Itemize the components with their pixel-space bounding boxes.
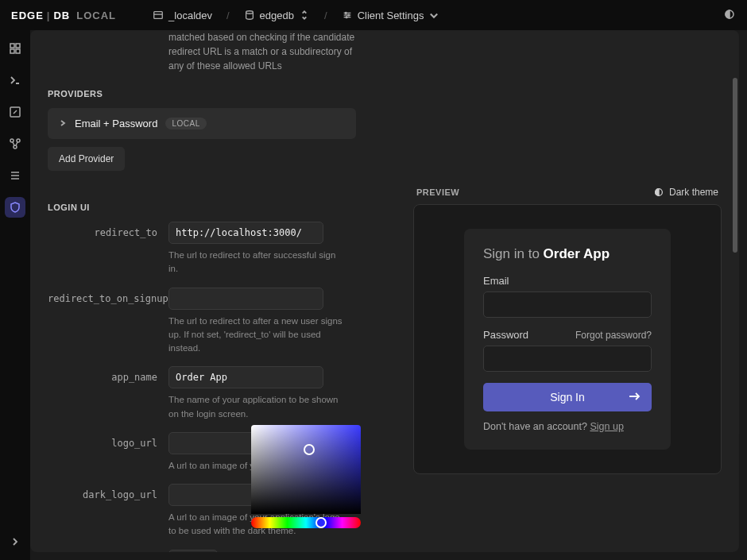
brand-color-label: brand_color	[48, 550, 168, 553]
dark-logo-url-label: dark_logo_url	[48, 484, 168, 500]
hue-slider[interactable]	[251, 517, 361, 528]
svg-point-6	[345, 13, 346, 14]
breadcrumb-database[interactable]: edgedb	[244, 10, 310, 21]
theme-toggle-icon[interactable]	[723, 8, 736, 23]
database-icon	[244, 10, 255, 21]
svg-rect-0	[154, 12, 163, 19]
instance-name: _localdev	[168, 10, 212, 21]
svg-rect-10	[10, 44, 14, 48]
scrollbar[interactable]	[731, 30, 737, 552]
app-name-label: app_name	[48, 366, 168, 383]
client-settings-label: Client Settings	[358, 10, 424, 21]
password-label: Password	[483, 329, 528, 341]
signin-button-label: Sign In	[550, 391, 585, 404]
signup-link[interactable]: Sign up	[590, 421, 623, 432]
redirect-to-input[interactable]	[168, 222, 323, 244]
svg-point-16	[17, 139, 20, 142]
add-provider-button[interactable]: Add Provider	[48, 147, 125, 171]
settings-icon	[342, 10, 353, 21]
login-card: Sign in to Order App Email Password Forg…	[464, 229, 671, 450]
svg-rect-12	[10, 49, 14, 53]
login-card-title: Sign in to Order App	[483, 246, 652, 262]
logo-edge: EDGE	[11, 10, 44, 21]
password-input[interactable]	[483, 346, 652, 372]
redirect-signup-help: The url to redirect to after a new user …	[168, 315, 343, 356]
svg-point-15	[10, 139, 14, 142]
preview-title: PREVIEW	[416, 187, 459, 197]
half-circle-icon	[653, 187, 664, 198]
redirect-to-help: The url to redirect to after successful …	[168, 249, 343, 276]
providers-title: PROVIDERS	[48, 89, 722, 98]
instance-icon	[153, 10, 164, 21]
crumb-separator: /	[226, 10, 230, 21]
svg-rect-13	[16, 49, 20, 53]
provider-item[interactable]: Email + Password LOCAL	[48, 108, 356, 139]
svg-point-8	[346, 17, 347, 18]
breadcrumb-instance[interactable]: _localdev	[153, 10, 212, 21]
svg-point-2	[246, 11, 253, 14]
color-picker	[251, 425, 361, 528]
redirect-to-label: redirect_to	[48, 222, 168, 238]
provider-name: Email + Password	[75, 118, 157, 129]
chevron-right-icon	[59, 118, 67, 129]
sidebar-auth[interactable]	[5, 197, 25, 218]
dark-theme-label: Dark theme	[669, 187, 718, 198]
signin-button[interactable]: Sign In	[483, 383, 652, 411]
hue-cursor[interactable]	[315, 517, 327, 528]
sv-cursor[interactable]	[304, 444, 315, 455]
email-input[interactable]	[483, 292, 652, 318]
chevron-down-icon	[428, 10, 439, 21]
brand-color-input[interactable]	[168, 550, 218, 553]
logo-local: LOCAL	[76, 10, 116, 21]
sidebar-repl[interactable]	[5, 70, 25, 91]
signin-appname: Order App	[544, 246, 610, 261]
client-settings-button[interactable]: Client Settings	[342, 10, 440, 21]
crumb-separator-2: /	[324, 10, 327, 21]
saturation-value-area[interactable]	[251, 425, 361, 514]
content: matched based on checking if the candida…	[30, 30, 739, 552]
email-label: Email	[483, 275, 652, 287]
logo-url-label: logo_url	[48, 432, 168, 449]
logo: EDGE | DB LOCAL	[11, 10, 116, 21]
database-name: edgedb	[260, 10, 294, 21]
signin-prefix: Sign in to	[483, 246, 544, 261]
redirect-signup-label: redirect_to_on_signup	[48, 288, 168, 304]
sidebar	[0, 30, 30, 560]
svg-point-7	[348, 14, 350, 16]
sidebar-expand[interactable]	[5, 531, 25, 552]
scrollbar-thumb[interactable]	[733, 78, 737, 253]
svg-rect-11	[16, 44, 20, 48]
forgot-password-link[interactable]: Forgot password?	[575, 330, 652, 341]
allowed-urls-help: matched based on checking if the candida…	[48, 30, 366, 73]
signup-row: Don't have an account? Sign up	[483, 421, 652, 432]
logo-db: DB	[53, 10, 70, 21]
sidebar-editor[interactable]	[5, 102, 25, 122]
sidebar-dashboard[interactable]	[5, 38, 25, 59]
chevron-updown-icon	[299, 10, 310, 21]
sidebar-data[interactable]	[5, 165, 25, 186]
provider-badge: LOCAL	[165, 118, 206, 129]
redirect-signup-input[interactable]	[168, 288, 323, 310]
logo-separator: |	[47, 10, 51, 21]
app-name-help: The name of your application to be shown…	[168, 393, 343, 421]
preview-box: Sign in to Order App Email Password Forg…	[413, 204, 722, 474]
app-name-input[interactable]	[168, 366, 323, 388]
arrow-right-icon	[628, 391, 642, 404]
login-ui-title: LOGIN UI	[48, 203, 389, 212]
sidebar-schema[interactable]	[5, 133, 25, 154]
topbar: EDGE | DB LOCAL _localdev / edgedb / Cli…	[0, 0, 747, 30]
signup-prompt: Don't have an account?	[483, 421, 590, 432]
dark-theme-toggle[interactable]: Dark theme	[653, 187, 718, 198]
svg-point-17	[14, 145, 17, 149]
